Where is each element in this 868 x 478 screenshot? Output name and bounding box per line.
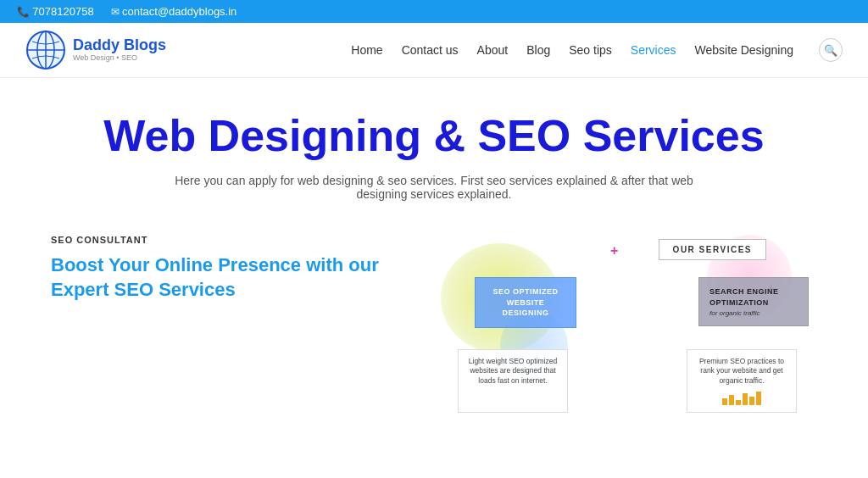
main-nav: Home Contact us About Blog Seo tips Serv…: [351, 38, 843, 62]
top-bar: 7078120758 contact@daddyblogs.in: [0, 0, 868, 23]
phone-number: 7078120758: [17, 5, 94, 18]
hero-title: Web Designing & SEO Services: [68, 112, 800, 160]
bar-4: [743, 393, 748, 405]
our-services-card: OUR SERVICES: [659, 239, 766, 260]
tagline: Web Design • SEO: [73, 54, 166, 63]
hero-section: Web Designing & SEO Services Here you ca…: [0, 78, 868, 218]
nav-seo-tips[interactable]: Seo tips: [569, 43, 612, 57]
desc-card-2-text: Premium SEO practices to rank your websi…: [699, 357, 784, 386]
left-text: SEO CONSULTANT Boost Your Online Presenc…: [51, 235, 407, 387]
hero-subtitle: Here you can apply for web designing & s…: [171, 174, 697, 201]
nav-home[interactable]: Home: [351, 43, 382, 57]
plus-decoration-1: +: [610, 243, 618, 258]
seo-consultant-label: SEO CONSULTANT: [51, 235, 407, 245]
search-card-sub: for organic traffic: [709, 309, 798, 317]
search-icon: 🔍: [824, 44, 837, 57]
logo-icon: [25, 30, 66, 70]
seo-card: SEO OPTIMIZEDWEBSITEDESIGNING: [475, 277, 576, 328]
desc-card-1: Light weight SEO optimized websites are …: [458, 349, 568, 414]
search-card-title: SEARCH ENGINEOPTIMIZATION: [709, 286, 798, 308]
boost-title: Boost Your Online Presence with our Expe…: [51, 253, 407, 302]
nav-website-designing[interactable]: Website Designing: [695, 43, 793, 57]
mini-bar-chart: [696, 390, 787, 405]
bar-3: [736, 400, 741, 405]
right-illustration: + + OUR SERVICES SEO OPTIMIZEDWEBSITEDES…: [432, 235, 817, 387]
email-address: contact@daddyblogs.in: [111, 5, 237, 18]
bar-1: [722, 398, 727, 405]
bar-2: [729, 395, 734, 405]
bar-5: [749, 397, 754, 405]
content-section: SEO CONSULTANT Boost Your Online Presenc…: [0, 218, 868, 387]
logo: Daddy Blogs Web Design • SEO: [25, 30, 166, 70]
nav-services[interactable]: Services: [631, 43, 676, 57]
header: Daddy Blogs Web Design • SEO Home Contac…: [0, 23, 868, 78]
bottom-desc-cards: Light weight SEO optimized websites are …: [458, 349, 797, 414]
search-button[interactable]: 🔍: [819, 38, 843, 62]
our-services-label: OUR SERVICES: [673, 245, 752, 254]
bar-6: [756, 392, 761, 405]
search-engine-card: SEARCH ENGINEOPTIMIZATION for organic tr…: [698, 277, 809, 326]
nav-blog[interactable]: Blog: [526, 43, 550, 57]
logo-text: Daddy Blogs Web Design • SEO: [73, 37, 166, 63]
seo-card-title: SEO OPTIMIZEDWEBSITEDESIGNING: [486, 286, 565, 319]
nav-about[interactable]: About: [477, 43, 509, 57]
desc-card-2: Premium SEO practices to rank your websi…: [687, 349, 797, 414]
nav-contact[interactable]: Contact us: [402, 43, 459, 57]
desc-card-1-text: Light weight SEO optimized websites are …: [469, 357, 557, 386]
brand-name: Daddy Blogs: [73, 37, 166, 54]
